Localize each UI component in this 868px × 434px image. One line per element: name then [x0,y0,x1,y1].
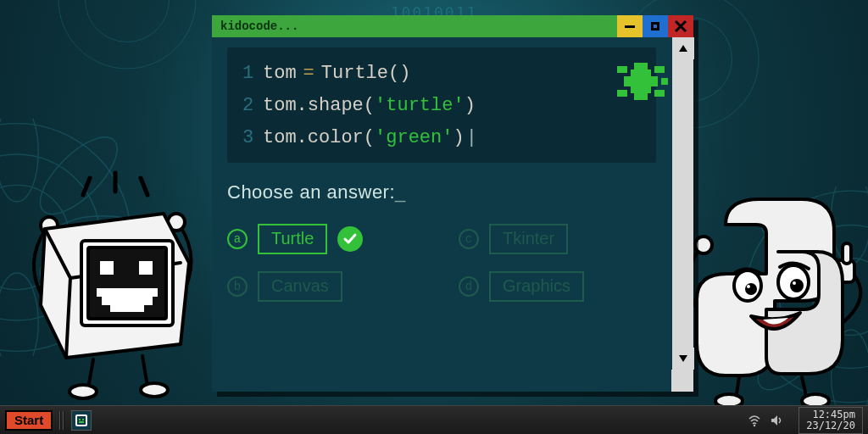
window-titlebar[interactable]: kidocode... [212,15,693,37]
svg-point-39 [70,385,97,398]
quiz-option-d-label: Graphics [489,271,584,302]
svg-point-23 [86,0,170,42]
quiz-option-c[interactable]: c Tkinter [459,224,656,254]
svg-rect-65 [77,416,86,425]
scroll-up-button[interactable] [672,37,694,59]
quiz-option-a[interactable]: a Turtle [227,224,425,254]
system-tray: 12:45pm 23/12/20 [748,407,863,434]
svg-rect-38 [110,305,144,312]
minimize-button[interactable] [617,15,643,37]
svg-rect-34 [100,261,114,275]
code-line-2: 2 tom . shape ( 'turtle' ) [242,90,641,122]
svg-point-7 [0,125,6,226]
code-window: kidocode... 1 tom = Turtle ( ) 2 [212,15,693,392]
wifi-icon [748,414,761,427]
svg-point-46 [745,283,757,295]
taskbar-app-icon[interactable] [71,410,92,431]
svg-rect-57 [634,63,648,70]
python-mascot [666,174,868,411]
svg-point-41 [695,236,712,253]
svg-line-28 [141,178,147,195]
start-button[interactable]: Start [5,410,53,431]
quiz-option-a-label: Turtle [258,224,327,254]
svg-rect-63 [661,78,668,85]
quiz-prompt: Choose an answer:_ [227,181,656,203]
clock-time: 12:45pm [806,409,855,420]
taskbar-separator [59,411,64,430]
svg-rect-37 [102,297,153,305]
quiz-panel: Choose an answer:_ a Turtle c Tkinter b … [227,181,656,302]
taskbar-clock[interactable]: 12:45pm 23/12/20 [798,407,863,434]
clock-date: 23/12/20 [806,420,855,431]
svg-rect-66 [79,419,81,420]
svg-rect-43 [843,243,851,264]
svg-rect-62 [654,90,665,97]
svg-rect-68 [79,421,84,423]
quiz-option-b[interactable]: b Canvas [227,271,425,302]
check-icon [337,226,363,252]
svg-marker-53 [679,355,687,362]
code-line-3: 3 tom . color ( 'green' ) | [242,122,641,154]
svg-point-69 [754,424,755,426]
svg-rect-36 [97,288,158,297]
turtle-icon [610,56,671,107]
svg-rect-60 [654,66,665,73]
svg-rect-58 [634,93,648,100]
svg-rect-55 [624,76,631,86]
quiz-option-b-label: Canvas [258,271,342,302]
svg-point-40 [141,383,168,397]
code-editor: 1 tom = Turtle ( ) 2 tom . shape ( 'turt… [227,47,656,163]
maximize-button[interactable] [643,15,668,37]
svg-rect-59 [617,66,627,73]
svg-rect-54 [631,70,651,93]
svg-marker-52 [679,45,687,52]
scrollbar-corner [671,370,693,392]
code-line-1: 1 tom = Turtle ( ) [242,58,641,90]
svg-rect-35 [139,261,153,275]
quiz-option-d[interactable]: d Graphics [459,271,656,302]
svg-rect-61 [617,90,627,97]
window-title: kidocode... [220,19,298,33]
svg-point-47 [790,279,804,292]
svg-point-48 [747,285,750,288]
svg-rect-67 [82,419,84,420]
svg-point-9 [0,248,6,349]
vertical-scrollbar[interactable] [671,37,693,370]
close-button[interactable] [668,15,693,37]
svg-rect-56 [651,76,658,86]
svg-line-26 [83,178,90,195]
taskbar: Start 12:45pm 23/12/20 [0,405,868,434]
chip-mascot [15,170,210,407]
quiz-option-c-label: Tkinter [489,224,568,254]
svg-point-22 [58,0,196,69]
svg-marker-70 [771,415,777,426]
volume-icon [770,414,783,427]
svg-point-49 [793,281,796,285]
scroll-down-button[interactable] [672,348,694,370]
